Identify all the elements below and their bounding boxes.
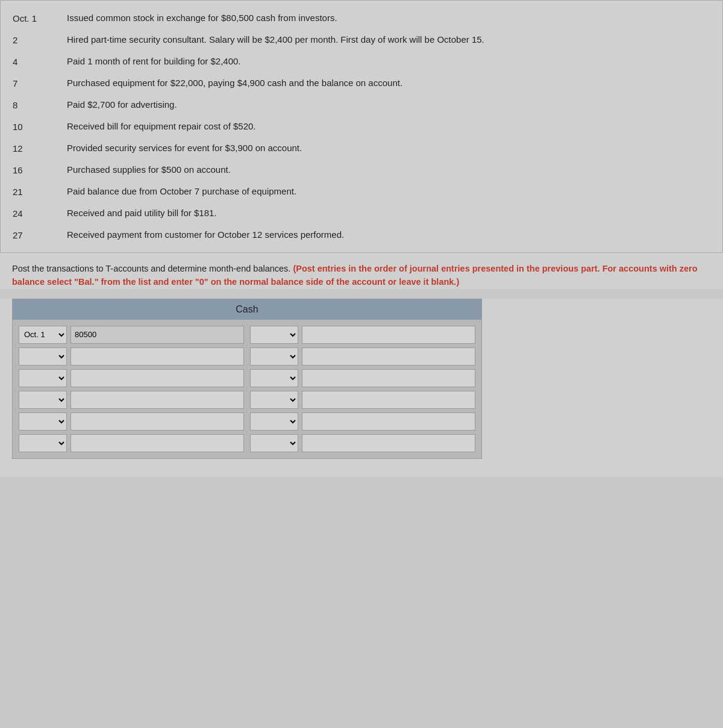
t-account-body: Oct. 1Oct. 2Oct. 4Oct. 7Oct. 8Oct. 10Oct… bbox=[13, 320, 481, 458]
transaction-description: Purchased equipment for $22,000, paying … bbox=[67, 76, 710, 89]
transaction-description: Issued common stock in exchange for $80,… bbox=[67, 11, 710, 24]
transaction-description: Received bill for equipment repair cost … bbox=[67, 120, 710, 132]
t-account-date-select[interactable]: Oct. 1Oct. 2Oct. 4Oct. 7Oct. 8Oct. 10Oct… bbox=[19, 326, 67, 344]
t-account-date-select[interactable]: Oct. 1Oct. 2Oct. 4Oct. 7Oct. 8Oct. 10Oct… bbox=[250, 391, 298, 409]
t-account-row: Oct. 1Oct. 2Oct. 4Oct. 7Oct. 8Oct. 10Oct… bbox=[250, 369, 475, 387]
transaction-row: 24Received and paid utility bill for $18… bbox=[13, 207, 710, 220]
t-account-row: Oct. 1Oct. 2Oct. 4Oct. 7Oct. 8Oct. 10Oct… bbox=[250, 347, 475, 366]
t-account-date-select[interactable]: Oct. 1Oct. 2Oct. 4Oct. 7Oct. 8Oct. 10Oct… bbox=[19, 369, 67, 387]
instruction-section: Post the transactions to T-accounts and … bbox=[0, 253, 723, 289]
t-account-amount-input[interactable] bbox=[302, 326, 475, 344]
transaction-date: 2 bbox=[13, 33, 67, 46]
transaction-row: Oct. 1Issued common stock in exchange fo… bbox=[13, 11, 710, 25]
transaction-description: Received and paid utility bill for $181. bbox=[67, 207, 710, 219]
transaction-date: 10 bbox=[13, 120, 67, 133]
transaction-date: 12 bbox=[13, 142, 67, 155]
t-account-date-select[interactable]: Oct. 1Oct. 2Oct. 4Oct. 7Oct. 8Oct. 10Oct… bbox=[250, 369, 298, 387]
transactions-section: Oct. 1Issued common stock in exchange fo… bbox=[0, 0, 723, 253]
t-account-amount-input[interactable] bbox=[302, 391, 475, 409]
t-account-row: Oct. 1Oct. 2Oct. 4Oct. 7Oct. 8Oct. 10Oct… bbox=[250, 434, 475, 452]
t-account-left: Oct. 1Oct. 2Oct. 4Oct. 7Oct. 8Oct. 10Oct… bbox=[19, 326, 244, 452]
transaction-row: 10Received bill for equipment repair cos… bbox=[13, 120, 710, 133]
t-account-amount-input[interactable] bbox=[70, 434, 244, 452]
transaction-row: 27Received payment from customer for Oct… bbox=[13, 228, 710, 241]
t-account-row: Oct. 1Oct. 2Oct. 4Oct. 7Oct. 8Oct. 10Oct… bbox=[250, 391, 475, 409]
t-account-row: Oct. 1Oct. 2Oct. 4Oct. 7Oct. 8Oct. 10Oct… bbox=[19, 412, 244, 431]
t-account-row: Oct. 1Oct. 2Oct. 4Oct. 7Oct. 8Oct. 10Oct… bbox=[250, 326, 475, 344]
transaction-row: 2Hired part-time security consultant. Sa… bbox=[13, 33, 710, 46]
t-account-date-select[interactable]: Oct. 1Oct. 2Oct. 4Oct. 7Oct. 8Oct. 10Oct… bbox=[19, 391, 67, 409]
t-account-amount-input[interactable] bbox=[70, 347, 244, 366]
t-account-amount-input[interactable] bbox=[302, 434, 475, 452]
transaction-description: Paid 1 month of rent for building for $2… bbox=[67, 55, 710, 67]
t-account-amount-input[interactable] bbox=[70, 412, 244, 431]
transaction-description: Hired part-time security consultant. Sal… bbox=[67, 33, 710, 46]
t-account-title: Cash bbox=[13, 299, 481, 320]
instruction-text: Post the transactions to T-accounts and … bbox=[12, 263, 711, 289]
t-account-date-select[interactable]: Oct. 1Oct. 2Oct. 4Oct. 7Oct. 8Oct. 10Oct… bbox=[19, 347, 67, 366]
transaction-date: 16 bbox=[13, 163, 67, 176]
transaction-date: 8 bbox=[13, 98, 67, 111]
t-account-amount-input[interactable] bbox=[302, 412, 475, 431]
t-account-row: Oct. 1Oct. 2Oct. 4Oct. 7Oct. 8Oct. 10Oct… bbox=[19, 391, 244, 409]
t-account-date-select[interactable]: Oct. 1Oct. 2Oct. 4Oct. 7Oct. 8Oct. 10Oct… bbox=[250, 412, 298, 431]
transaction-date: Oct. 1 bbox=[13, 11, 67, 25]
transaction-date: 7 bbox=[13, 76, 67, 90]
t-account-row: Oct. 1Oct. 2Oct. 4Oct. 7Oct. 8Oct. 10Oct… bbox=[250, 412, 475, 431]
t-account-section: Cash Oct. 1Oct. 2Oct. 4Oct. 7Oct. 8Oct. … bbox=[0, 299, 723, 477]
transaction-date: 24 bbox=[13, 207, 67, 220]
transaction-date: 21 bbox=[13, 185, 67, 198]
t-account-row: Oct. 1Oct. 2Oct. 4Oct. 7Oct. 8Oct. 10Oct… bbox=[19, 369, 244, 387]
t-account-amount-input[interactable] bbox=[302, 347, 475, 366]
t-account-date-select[interactable]: Oct. 1Oct. 2Oct. 4Oct. 7Oct. 8Oct. 10Oct… bbox=[19, 412, 67, 431]
t-account-amount-input[interactable] bbox=[70, 326, 244, 344]
transaction-description: Purchased supplies for $500 on account. bbox=[67, 163, 710, 176]
t-account-right: Oct. 1Oct. 2Oct. 4Oct. 7Oct. 8Oct. 10Oct… bbox=[250, 326, 475, 452]
t-account-row: Oct. 1Oct. 2Oct. 4Oct. 7Oct. 8Oct. 10Oct… bbox=[19, 326, 244, 344]
transaction-row: 7Purchased equipment for $22,000, paying… bbox=[13, 76, 710, 90]
t-account-row: Oct. 1Oct. 2Oct. 4Oct. 7Oct. 8Oct. 10Oct… bbox=[19, 347, 244, 366]
transaction-date: 27 bbox=[13, 228, 67, 241]
transaction-row: 21Paid balance due from October 7 purcha… bbox=[13, 185, 710, 198]
transaction-row: 12Provided security services for event f… bbox=[13, 142, 710, 155]
t-account-row: Oct. 1Oct. 2Oct. 4Oct. 7Oct. 8Oct. 10Oct… bbox=[19, 434, 244, 452]
transaction-description: Paid balance due from October 7 purchase… bbox=[67, 185, 710, 198]
t-account-amount-input[interactable] bbox=[70, 391, 244, 409]
transaction-row: 4Paid 1 month of rent for building for $… bbox=[13, 55, 710, 68]
transaction-description: Provided security services for event for… bbox=[67, 142, 710, 154]
transaction-description: Received payment from customer for Octob… bbox=[67, 228, 710, 241]
transaction-row: 8Paid $2,700 for advertising. bbox=[13, 98, 710, 111]
transaction-date: 4 bbox=[13, 55, 67, 68]
t-account-amount-input[interactable] bbox=[302, 369, 475, 387]
t-account-date-select[interactable]: Oct. 1Oct. 2Oct. 4Oct. 7Oct. 8Oct. 10Oct… bbox=[250, 347, 298, 366]
transaction-description: Paid $2,700 for advertising. bbox=[67, 98, 710, 111]
t-account-container: Cash Oct. 1Oct. 2Oct. 4Oct. 7Oct. 8Oct. … bbox=[12, 299, 482, 459]
instruction-normal: Post the transactions to T-accounts and … bbox=[12, 264, 293, 273]
t-account-date-select[interactable]: Oct. 1Oct. 2Oct. 4Oct. 7Oct. 8Oct. 10Oct… bbox=[250, 434, 298, 452]
t-account-date-select[interactable]: Oct. 1Oct. 2Oct. 4Oct. 7Oct. 8Oct. 10Oct… bbox=[250, 326, 298, 344]
transaction-row: 16Purchased supplies for $500 on account… bbox=[13, 163, 710, 176]
t-account-date-select[interactable]: Oct. 1Oct. 2Oct. 4Oct. 7Oct. 8Oct. 10Oct… bbox=[19, 434, 67, 452]
t-account-amount-input[interactable] bbox=[70, 369, 244, 387]
